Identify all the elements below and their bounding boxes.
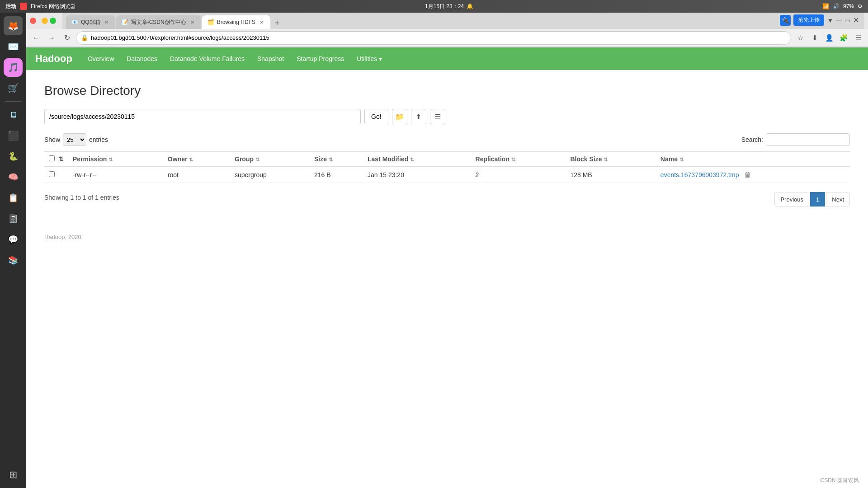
- search-input[interactable]: [766, 133, 850, 146]
- close-window-icon[interactable]: ✕: [853, 16, 859, 24]
- row-checkbox[interactable]: [49, 171, 55, 177]
- th-size[interactable]: Size ⇅: [310, 152, 363, 167]
- size-header-label: Size: [314, 155, 327, 163]
- row-block-size: 128 MB: [566, 167, 656, 183]
- entries-select[interactable]: 10 25 50 100: [63, 133, 86, 146]
- table-view-btn[interactable]: ☰: [430, 109, 445, 124]
- hadoop-brand[interactable]: Hadoop: [35, 53, 72, 65]
- sidebar-icon-intellij[interactable]: 🧠: [4, 168, 23, 187]
- tab2-close-btn[interactable]: ✕: [189, 19, 196, 26]
- go-button[interactable]: Go!: [364, 109, 388, 124]
- showing-text: Showing 1 to 1 of 1 entries: [44, 194, 119, 201]
- table-body: -rw-r--r-- root supergroup 216 B Jan 15 …: [44, 167, 850, 183]
- sidebar-icon-terminal[interactable]: ⬛: [4, 126, 23, 145]
- th-name[interactable]: Name ⇅: [656, 152, 850, 167]
- back-btn[interactable]: ←: [30, 32, 42, 44]
- minimize-icon[interactable]: ─: [836, 15, 842, 25]
- window-restore-btn[interactable]: [50, 18, 56, 24]
- browser-window: 📧 QQ邮箱 ✕ 📝 写文章-CSDN创作中心 ✕ 🗂️ Browsing HD…: [26, 13, 868, 488]
- entries-label: entries: [89, 136, 108, 143]
- search-area: Search:: [741, 133, 850, 146]
- datetime-label: 1月15日 23：24: [425, 3, 464, 10]
- utilities-dropdown-icon: ▾: [379, 55, 382, 62]
- sidebar-icon-book[interactable]: 📚: [4, 251, 23, 270]
- settings-icon[interactable]: ⚙: [858, 3, 863, 9]
- owner-sort-icon: ⇅: [189, 157, 193, 162]
- os-topbar: 活动 Firefox 网络浏览器 1月15日 23：24 🔔 📶 🔊 97% ⚙: [0, 0, 868, 13]
- activities-label[interactable]: 活动: [5, 3, 16, 10]
- maximize-icon[interactable]: ▭: [844, 17, 850, 24]
- th-owner[interactable]: Owner ⇅: [163, 152, 230, 167]
- refresh-btn[interactable]: ↻: [61, 32, 73, 44]
- show-entries: Show 10 25 50 100 entries: [44, 133, 108, 146]
- last-modified-sort-icon: ⇅: [410, 157, 414, 162]
- nav-datanode-volume-failures[interactable]: Datanode Volume Failures: [164, 47, 251, 70]
- dropdown-arrow-icon[interactable]: ▼: [827, 17, 833, 24]
- nav-right-icons: ☆ ⬇ 👤 🧩 ☰: [794, 32, 864, 44]
- sidebar-icon-vim[interactable]: 📋: [4, 188, 23, 207]
- nav-overview[interactable]: Overview: [81, 47, 120, 70]
- th-permission[interactable]: Permission ⇅: [68, 152, 163, 167]
- sidebar-icon-mail[interactable]: ✉️: [4, 37, 23, 56]
- tab3-close-btn[interactable]: ✕: [258, 19, 265, 26]
- bookmark-btn[interactable]: ☆: [794, 32, 807, 44]
- sidebar-icon-ide1[interactable]: 🖥: [4, 105, 23, 124]
- window-close-btn[interactable]: [30, 18, 36, 24]
- select-all-checkbox[interactable]: [49, 155, 55, 161]
- select-all-header: ⇅: [44, 152, 68, 167]
- sidebar-icon-music[interactable]: 🎵: [4, 58, 23, 77]
- forward-btn[interactable]: →: [45, 32, 58, 44]
- tab1-close-btn[interactable]: ✕: [103, 19, 110, 26]
- nav-startup-progress[interactable]: Startup Progress: [290, 47, 350, 70]
- left-sidebar: 🦊 ✉️ 🎵 🛒 🖥 ⬛ 🐍 🧠 📋 📓 💬 📚 ⊞: [0, 13, 26, 488]
- new-tab-btn[interactable]: +: [271, 17, 283, 29]
- nav-snapshot[interactable]: Snapshot: [251, 47, 290, 70]
- delete-icon[interactable]: 🗑: [744, 171, 751, 178]
- sidebar-icon-pycharm[interactable]: 🐍: [4, 147, 23, 166]
- address-bar-wrap: 🔒: [76, 31, 791, 45]
- window-minimize-btn[interactable]: [42, 18, 48, 24]
- sidebar-icon-apps[interactable]: ⊞: [4, 465, 23, 484]
- tab3-favicon: 🗂️: [208, 19, 214, 25]
- sidebar-icon-firefox[interactable]: 🦊: [4, 16, 23, 35]
- page-1-btn[interactable]: 1: [810, 192, 825, 206]
- block-size-header-label: Block Size: [570, 155, 602, 163]
- address-input[interactable]: [91, 34, 786, 41]
- upload-dir-btn[interactable]: ⬆: [411, 109, 426, 124]
- next-btn[interactable]: Next: [826, 192, 850, 206]
- folder-icon-btn[interactable]: 📁: [392, 109, 407, 124]
- nav-datanodes[interactable]: Datanodes: [120, 47, 164, 70]
- row-name-cell: events.1673796003972.tmp 🗑: [656, 167, 850, 183]
- upload-btn[interactable]: 抢先上传: [793, 14, 824, 26]
- tab3-label: Browsing HDFS: [217, 19, 255, 25]
- sort-all-icon: ⇅: [58, 155, 64, 163]
- profile-btn[interactable]: 👤: [823, 32, 835, 44]
- path-input[interactable]: [44, 109, 361, 124]
- sidebar-icon-notepad[interactable]: 📓: [4, 209, 23, 228]
- extensions-btn[interactable]: 🧩: [837, 32, 850, 44]
- th-last-modified[interactable]: Last Modified ⇅: [363, 152, 471, 167]
- nav-utilities[interactable]: Utilities ▾: [350, 47, 388, 70]
- hadoop-footer: Hadoop, 2020.: [44, 234, 850, 240]
- page-title: Browse Directory: [44, 84, 850, 98]
- table-row: -rw-r--r-- root supergroup 216 B Jan 15 …: [44, 167, 850, 183]
- network-icon: 📶: [822, 3, 829, 9]
- sidebar-icon-store[interactable]: 🛒: [4, 79, 23, 98]
- th-group[interactable]: Group ⇅: [230, 152, 310, 167]
- browser-tab-3[interactable]: 🗂️ Browsing HDFS ✕: [202, 15, 270, 29]
- menu-btn[interactable]: ☰: [852, 32, 864, 44]
- download-btn[interactable]: ⬇: [808, 32, 821, 44]
- previous-btn[interactable]: Previous: [774, 192, 809, 206]
- browser-chrome: 📧 QQ邮箱 ✕ 📝 写文章-CSDN创作中心 ✕ 🗂️ Browsing HD…: [26, 13, 868, 47]
- th-block-size[interactable]: Block Size ⇅: [566, 152, 656, 167]
- th-replication[interactable]: Replication ⇅: [471, 152, 566, 167]
- browser-tab-2[interactable]: 📝 写文章-CSDN创作中心 ✕: [116, 15, 201, 29]
- tab1-favicon: 📧: [71, 19, 78, 25]
- status-bar-bottom: CSDN @肖诶风: [820, 477, 859, 484]
- status-text: CSDN @肖诶风: [820, 477, 859, 483]
- sidebar-icon-chat[interactable]: 💬: [4, 230, 23, 249]
- browser-navbar: ← → ↻ 🔒 ☆ ⬇ 👤 🧩 ☰: [26, 29, 868, 47]
- extension-icon[interactable]: 🔌: [780, 15, 791, 26]
- file-link[interactable]: events.1673796003972.tmp: [660, 171, 739, 178]
- browser-tab-1[interactable]: 📧 QQ邮箱 ✕: [66, 15, 115, 29]
